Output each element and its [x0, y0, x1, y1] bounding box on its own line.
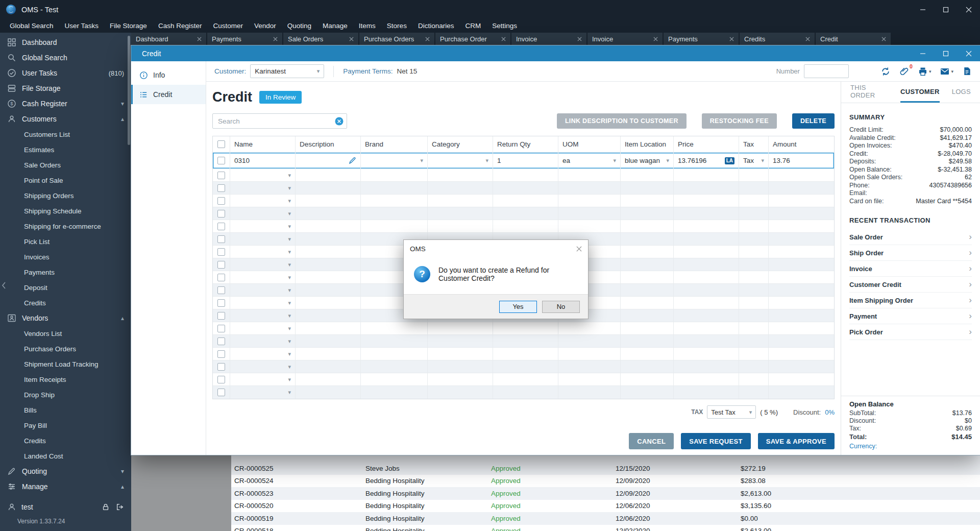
menu-item[interactable]: Manage — [317, 19, 353, 33]
name-cell[interactable]: ▾ — [230, 246, 296, 258]
search-input[interactable] — [212, 113, 347, 129]
sidebar-item-cash-register[interactable]: $ Cash Register ▾ — [0, 96, 131, 111]
credit-list-row[interactable]: CR-0000525 Steve Jobs Approved 12/15/202… — [231, 462, 980, 475]
sidebar-subitem[interactable]: Invoices — [0, 249, 131, 264]
document-tab[interactable]: Purchase Order — [435, 33, 510, 45]
tab-logs[interactable]: LOGS — [952, 82, 971, 103]
tab-close-icon[interactable] — [805, 37, 810, 41]
sidebar-scrollbar[interactable] — [128, 36, 130, 145]
sidebar-subitem[interactable]: Item Receipts — [0, 372, 131, 387]
row-checkbox[interactable] — [217, 274, 225, 281]
sidebar-subitem[interactable]: Deposit — [0, 280, 131, 295]
maximize-button[interactable] — [934, 0, 957, 19]
row-checkbox[interactable] — [217, 235, 225, 243]
name-cell[interactable]: ▾ — [230, 258, 296, 271]
currency-link[interactable]: Currency: — [849, 443, 972, 450]
menu-item[interactable]: Global Search — [4, 19, 59, 33]
recent-transaction-item[interactable]: Sale Order › — [849, 229, 972, 245]
row-checkbox[interactable] — [217, 184, 225, 192]
sidebar-subitem[interactable]: Credits — [0, 433, 131, 448]
document-tab[interactable]: Credits — [740, 33, 815, 45]
row-checkbox[interactable] — [217, 350, 225, 358]
description-cell[interactable] — [296, 153, 361, 168]
tab-close-icon[interactable] — [273, 37, 278, 41]
sidebar-collapse-icon[interactable] — [1, 281, 6, 289]
recent-transaction-item[interactable]: Item Shipping Order › — [849, 293, 972, 308]
menu-item[interactable]: Items — [353, 19, 381, 33]
name-cell[interactable]: ▾ — [230, 360, 296, 373]
document-tab[interactable]: Payments — [664, 33, 739, 45]
sidebar-section-customers[interactable]: Customers ▴ — [0, 111, 131, 127]
credit-list-row[interactable]: CR-0000524 Bedding Hospitality Approved … — [231, 475, 980, 488]
row-checkbox[interactable] — [217, 389, 225, 396]
brand-cell[interactable]: ▾ — [361, 153, 428, 168]
close-button[interactable] — [957, 0, 980, 19]
lock-icon[interactable] — [102, 503, 110, 511]
name-cell[interactable]: ▾ — [230, 373, 296, 385]
tax-select[interactable]: Test Tax ▾ — [707, 405, 756, 419]
recent-transaction-item[interactable]: Invoice › — [849, 261, 972, 277]
tab-close-icon[interactable] — [501, 37, 506, 41]
menu-item[interactable]: Quoting — [282, 19, 317, 33]
sidebar-subitem[interactable]: Vendors List — [0, 326, 131, 341]
document-tab[interactable]: Dashboard — [131, 33, 206, 45]
sidebar-subitem[interactable]: Shipping Schedule — [0, 203, 131, 219]
row-checkbox[interactable] — [217, 363, 225, 371]
name-cell[interactable]: ▾ — [230, 207, 296, 220]
sidebar-item-file-storage[interactable]: File Storage — [0, 81, 131, 96]
cancel-button[interactable]: CANCEL — [629, 433, 674, 449]
menu-item[interactable]: File Storage — [104, 19, 153, 33]
row-checkbox[interactable] — [217, 210, 225, 218]
name-cell[interactable]: ▾ — [230, 182, 296, 194]
credit-list-row[interactable]: CR-0000520 Bedding Hospitality Approved … — [231, 500, 980, 513]
document-tab[interactable]: Invoice — [511, 33, 586, 45]
name-cell[interactable]: ▾ — [230, 386, 296, 399]
row-checkbox[interactable] — [217, 286, 225, 294]
refresh-icon[interactable] — [880, 66, 891, 77]
row-checkbox[interactable] — [217, 157, 225, 164]
sidebar-subitem[interactable]: Estimates — [0, 142, 131, 157]
name-cell[interactable]: ▾ — [230, 309, 296, 322]
tab-close-icon[interactable] — [577, 37, 582, 41]
row-checkbox[interactable] — [217, 337, 225, 345]
sidebar-subitem[interactable]: Shipping for e-commerce — [0, 219, 131, 234]
tax-cell[interactable]: Tax▾ — [739, 153, 769, 168]
edit-pencil-icon[interactable] — [349, 157, 356, 164]
name-cell[interactable]: ▾ — [230, 233, 296, 245]
sidebar-item-quoting[interactable]: Quoting ▾ — [0, 464, 131, 479]
tab-close-icon[interactable] — [881, 37, 886, 41]
link-description-button[interactable]: LINK DESCRIPTION TO CUSTOMER — [557, 113, 687, 129]
tab-customer[interactable]: CUSTOMER — [900, 82, 940, 103]
category-cell[interactable]: ▾ — [428, 153, 493, 168]
delete-button[interactable]: DELETE — [792, 113, 835, 129]
document-tab[interactable]: Sale Orders — [283, 33, 358, 45]
discount-value-link[interactable]: 0% — [825, 408, 835, 416]
name-cell[interactable]: ▾ — [230, 284, 296, 296]
menu-item[interactable]: Vendor — [249, 19, 282, 33]
uom-cell[interactable]: ea▾ — [558, 153, 621, 168]
row-checkbox[interactable] — [217, 172, 225, 179]
restocking-fee-button[interactable]: RESTOCKING FEE — [702, 113, 777, 129]
tab-this-order[interactable]: THIS ORDER — [850, 82, 888, 103]
sidebar-subitem[interactable]: Drop Ship — [0, 387, 131, 402]
save-request-button[interactable]: SAVE REQUEST — [681, 433, 751, 449]
nav-item-credit[interactable]: Credit — [131, 85, 206, 104]
price-cell[interactable]: 13.76196LA — [674, 153, 739, 168]
document-tab[interactable]: Payments — [207, 33, 282, 45]
row-checkbox[interactable] — [217, 299, 225, 307]
row-checkbox[interactable] — [217, 197, 225, 205]
name-cell[interactable]: ▾ — [230, 297, 296, 309]
select-all-checkbox[interactable] — [217, 140, 225, 148]
table-row-selected[interactable]: 0310 ▾ ▾ 1 ea▾ blue wagan▾ 13.76196LA Ta… — [213, 153, 834, 169]
credit-list-row[interactable]: CR-0000523 Bedding Hospitality Approved … — [231, 487, 980, 500]
menu-item[interactable]: Stores — [381, 19, 412, 33]
sidebar-subitem[interactable]: Pay Bill — [0, 418, 131, 433]
customer-dropdown[interactable]: Karinatest ▾ — [250, 64, 324, 78]
name-cell[interactable]: ▾ — [230, 220, 296, 232]
row-checkbox[interactable] — [217, 248, 225, 256]
credit-list-row[interactable]: CR-0000519 Bedding Hospitality Approved … — [231, 512, 980, 525]
document-icon[interactable] — [962, 66, 972, 76]
name-cell[interactable]: ▾ — [230, 335, 296, 347]
save-approve-button[interactable]: SAVE & APPROVE — [758, 433, 835, 449]
sidebar-item-dashboard[interactable]: Dashboard — [0, 35, 131, 50]
